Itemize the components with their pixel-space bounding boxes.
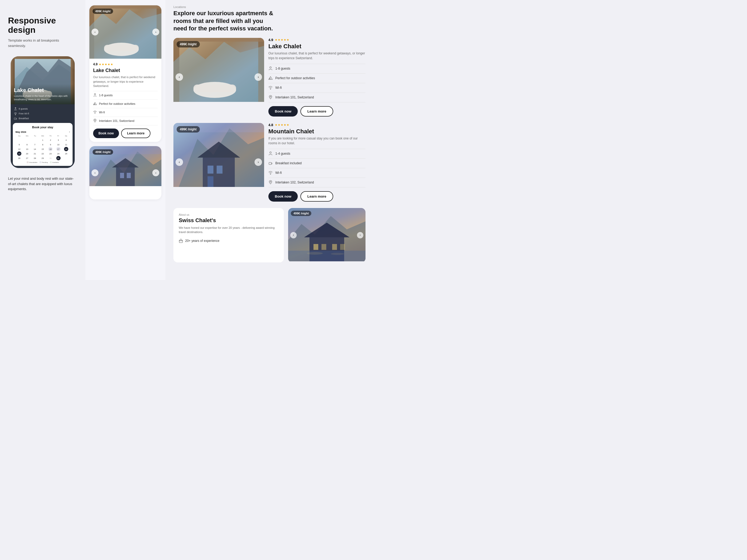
svg-rect-58 [332, 244, 337, 250]
cal-cell[interactable]: 13 [25, 147, 29, 151]
star-2: ★ [102, 63, 104, 66]
mountain-feature-guests: 1-4 guests [268, 149, 365, 159]
cal-cell[interactable]: 26 [17, 156, 21, 160]
mountain-card-price-badge: 499€ /night [291, 211, 311, 216]
mountain-book-now-button[interactable]: Book now [268, 191, 298, 202]
cal-cell[interactable]: 6 [25, 142, 29, 146]
cal-cell[interactable]: 22 [41, 152, 45, 156]
cal-cell[interactable]: 20 [25, 152, 29, 156]
cal-cell-pending[interactable]: 17 [56, 147, 60, 151]
svg-point-36 [270, 88, 271, 89]
card-nav-left-btn[interactable]: ‹ [92, 29, 99, 35]
mountain-card-nav-right[interactable]: › [152, 169, 159, 176]
mountain-feature-location: Interlaken 102, Switzerland [268, 178, 365, 187]
cal-cell[interactable]: 14 [33, 147, 37, 151]
cal-cell[interactable]: 27 [25, 156, 29, 160]
learn-more-button[interactable]: Learn more [121, 129, 150, 138]
listing-price-badge: 499€ /night [177, 41, 200, 48]
mountain-feature-breakfast: Breakfast included [268, 159, 365, 168]
svg-rect-45 [208, 176, 213, 187]
svg-rect-56 [313, 244, 318, 250]
cal-cell[interactable]: 5 [17, 142, 21, 146]
legend-unavailable: Unavailable [27, 161, 37, 163]
svg-rect-44 [216, 166, 223, 174]
listing-feature-wifi: Wi-fi [268, 83, 365, 93]
listing-title: Lake Chalet [268, 43, 365, 50]
cal-cell[interactable]: 12 [17, 147, 21, 151]
cal-cell[interactable]: 24 [56, 152, 60, 156]
cal-cell-selected[interactable]: 31 [56, 156, 60, 160]
svg-point-37 [270, 96, 271, 97]
calendar-next[interactable]: › [69, 130, 70, 133]
cal-cell-selected[interactable]: 18 [64, 147, 68, 151]
mountain-listing-title: Mountain Chalet [268, 128, 365, 135]
cal-cell-pending[interactable]: 16 [48, 147, 53, 151]
card-nav-right-btn[interactable]: › [152, 29, 159, 35]
book-now-button[interactable]: Book now [93, 129, 119, 138]
phone-booking-widget: Book your stay May 2024 › Su Mo Tu We Th… [13, 123, 73, 166]
cal-cell[interactable] [33, 138, 37, 142]
cal-cell[interactable]: 15 [41, 147, 45, 151]
cal-cell[interactable]: 28 [33, 156, 37, 160]
cal-cell[interactable]: 7 [33, 142, 37, 146]
person-icon [93, 93, 97, 98]
legend-pending: Pending [40, 161, 48, 163]
cal-cell[interactable] [17, 138, 21, 142]
cal-cell[interactable]: 3 [56, 138, 60, 142]
person-icon [268, 66, 273, 71]
mountain-side-card: 499€ /night ‹ › [288, 208, 365, 262]
bottom-row: About us Swiss Chalet's We have honed ou… [174, 208, 365, 262]
svg-rect-43 [208, 166, 213, 174]
day-th: Th [47, 134, 54, 137]
listing-rating: 4.9 ★ ★ ★ ★ ★ [268, 38, 365, 42]
star-4: ★ [284, 38, 286, 42]
cal-cell[interactable]: 8 [41, 142, 45, 146]
cal-cell[interactable]: 9 [48, 142, 53, 146]
listing-nav-right-btn[interactable]: › [255, 73, 262, 81]
svg-point-20 [95, 120, 96, 121]
listing-book-now-button[interactable]: Book now [268, 106, 298, 116]
mountain-listing-features: 1-4 guests Breakfast included Wi-fi [268, 149, 365, 187]
star-1: ★ [275, 123, 278, 127]
cal-cell[interactable]: 29 [41, 156, 45, 160]
mountain-learn-more-button[interactable]: Learn more [301, 191, 333, 202]
cal-cell[interactable] [25, 138, 29, 142]
phone-property-desc: Luxurious chalet in the heart of the Swi… [14, 95, 72, 101]
mountain-card-nav-left[interactable]: ‹ [92, 169, 99, 176]
listing-rating-score: 4.9 [268, 38, 273, 42]
svg-rect-60 [288, 251, 365, 261]
card-price-badge: 499€ /night [93, 8, 113, 14]
star-4: ★ [107, 63, 110, 66]
right-panel: Locations Explore our luxurious apartmen… [165, 0, 374, 280]
mountain-listing-nav-left[interactable]: ‹ [176, 158, 183, 166]
listing-nav-left-btn[interactable]: ‹ [176, 73, 183, 81]
side-card-nav-right[interactable]: › [357, 232, 363, 238]
cal-cell[interactable]: 1 [41, 138, 45, 142]
side-card-nav-left[interactable]: ‹ [290, 232, 297, 238]
cal-cell[interactable]: 21 [33, 152, 37, 156]
lake-chalet-listing-image: 499€ /night ‹ › [174, 38, 264, 116]
cal-cell-selected[interactable]: 19 [17, 152, 21, 156]
cal-cell[interactable]: 10 [56, 142, 60, 146]
about-stat-years: 20+ years of experience [179, 238, 279, 244]
phone-hero-image: Lake Chalet Luxurious chalet in the hear… [11, 56, 75, 104]
cal-cell[interactable]: 4 [64, 138, 68, 142]
cal-cell[interactable]: 11 [64, 142, 68, 146]
star-3: ★ [281, 123, 283, 127]
cal-cell[interactable]: 23 [48, 152, 53, 156]
mountain-chalet-card-sm: 499€ /night ‹ › [89, 146, 161, 199]
listing-actions: Book now Learn more [268, 106, 365, 116]
mountain-listing-desc: If you are looking for more casual stay … [268, 136, 365, 145]
card-features: 1-8 guests Perfect for outdoor activitie… [93, 91, 158, 125]
cal-cell[interactable]: 25 [64, 152, 68, 156]
card-actions: Book now Learn more [93, 129, 158, 138]
day-sa: Sa [62, 134, 70, 137]
listing-feature-outdoor: Perfect for outdoor activities [268, 74, 365, 83]
day-we: We [39, 134, 46, 137]
cal-cell[interactable]: 2 [48, 138, 53, 142]
svg-point-8 [15, 107, 16, 109]
listing-learn-more-button[interactable]: Learn more [301, 106, 333, 116]
star-5: ★ [286, 38, 289, 42]
svg-rect-57 [321, 244, 326, 250]
mountain-listing-nav-right[interactable]: › [255, 158, 262, 166]
